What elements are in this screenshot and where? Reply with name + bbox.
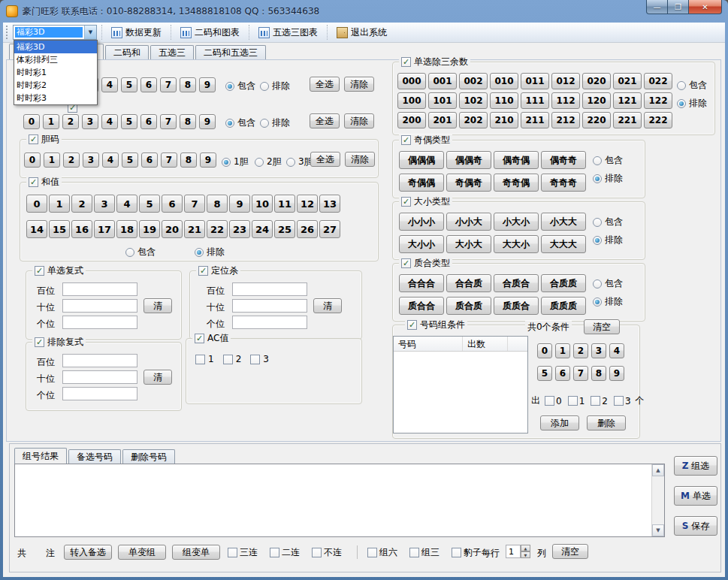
sum-button[interactable]: 23 (229, 220, 250, 238)
link-check-option[interactable]: 不连 (312, 546, 342, 559)
mod3-button[interactable]: 121 (613, 92, 642, 109)
sum-button[interactable]: 24 (252, 220, 273, 238)
single-complex-clear-button[interactable]: 清 (143, 298, 172, 313)
mod3-button[interactable]: 212 (551, 112, 580, 128)
sum-button[interactable]: 25 (274, 220, 295, 238)
sum-button[interactable]: 12 (297, 195, 318, 213)
big-small-button[interactable]: 小大小 (494, 213, 539, 231)
mod3-exclude-radio[interactable] (677, 99, 686, 108)
ac-option[interactable]: 2 (223, 354, 242, 364)
group-check-option[interactable]: 组六 (367, 546, 397, 559)
add-condition-button[interactable]: 添加 (540, 415, 579, 430)
sum-button[interactable]: 1 (49, 195, 70, 213)
odd-even-exclude-option[interactable]: 排除 (593, 172, 623, 185)
sum-button[interactable]: 15 (49, 220, 70, 238)
ac-value-checkbox[interactable] (195, 334, 204, 343)
digit-button[interactable]: 2 (63, 153, 80, 168)
condition-clear-button[interactable]: 清空 (584, 319, 620, 334)
digit-button[interactable]: 6 (141, 153, 158, 168)
digit-button[interactable]: 3 (83, 153, 99, 168)
group-check-option[interactable]: 组三 (409, 546, 440, 559)
mod3-button[interactable]: 201 (428, 112, 457, 128)
mod3-button[interactable]: 101 (428, 92, 457, 109)
digit-button[interactable]: 1 (44, 153, 60, 168)
sum-button[interactable]: 5 (139, 195, 160, 213)
digit-button[interactable]: 7 (160, 114, 177, 129)
mod3-button[interactable]: 100 (397, 92, 426, 109)
close-button[interactable]: ✕ (688, 0, 722, 14)
per-line-input[interactable] (506, 545, 521, 558)
danma-select-all-button[interactable]: 全选 (310, 152, 340, 167)
danma-2-option[interactable]: 2胆 (255, 156, 282, 168)
mod3-checkbox[interactable] (401, 57, 411, 67)
sum-button[interactable]: 13 (319, 195, 340, 213)
digit-button[interactable]: 4 (102, 153, 119, 168)
sum-button[interactable]: 22 (207, 220, 228, 238)
single-complex-hundreds-input[interactable] (62, 282, 137, 296)
digit-button[interactable]: 9 (199, 77, 216, 92)
danma-3-option[interactable]: 3胆 (286, 156, 313, 168)
row2-include-option[interactable]: 包含 (225, 116, 255, 129)
digit-button[interactable]: 2 (62, 114, 79, 129)
big-small-include-option[interactable]: 包含 (593, 216, 623, 228)
scroll-down-icon[interactable]: ▼ (652, 524, 664, 536)
position-kill-units-input[interactable] (232, 316, 307, 329)
mod3-button[interactable]: 001 (428, 73, 457, 89)
condition-digit-button[interactable]: 7 (573, 366, 588, 381)
danma-1-option[interactable]: 1胆 (222, 156, 249, 168)
odd-even-include-radio[interactable] (593, 156, 602, 165)
prime-composite-button[interactable]: 质质合 (494, 297, 539, 315)
occurrence-checkbox[interactable] (568, 396, 578, 406)
result-action-button[interactable]: S 保存 (674, 516, 717, 536)
mod3-include-radio[interactable] (677, 81, 686, 90)
mod3-button[interactable]: 220 (582, 112, 611, 128)
footer-action-button[interactable]: 转入备选 (64, 545, 112, 560)
condition-digit-button[interactable]: 1 (555, 343, 570, 358)
footer-action-button[interactable]: 组变单 (172, 545, 220, 560)
danma-2-radio[interactable] (255, 158, 264, 167)
mod3-button[interactable]: 200 (397, 112, 426, 128)
condition-digit-button[interactable]: 8 (591, 366, 606, 381)
sum-button[interactable]: 11 (274, 195, 295, 213)
combobox-arrow-icon[interactable]: ▼ (84, 26, 96, 39)
digit-button[interactable]: 9 (199, 114, 216, 129)
big-small-button[interactable]: 小小小 (399, 213, 444, 231)
sum-button[interactable]: 21 (184, 220, 205, 238)
big-small-button[interactable]: 小小大 (446, 213, 491, 231)
digit-button[interactable]: 6 (140, 114, 157, 129)
scroll-up-icon[interactable]: ▲ (652, 464, 664, 476)
odd-even-include-option[interactable]: 包含 (593, 154, 623, 167)
group-checkbox[interactable] (409, 548, 419, 557)
sum-value-checkbox[interactable] (29, 177, 38, 187)
prime-composite-exclude-option[interactable]: 排除 (593, 295, 623, 308)
sum-button[interactable]: 4 (116, 195, 137, 213)
digit-button[interactable]: 0 (24, 153, 41, 168)
odd-even-button[interactable]: 奇偶偶 (399, 174, 444, 192)
odd-even-button[interactable]: 奇奇偶 (494, 174, 539, 192)
mod3-button[interactable]: 221 (613, 112, 642, 128)
link-check-option[interactable]: 二连 (270, 546, 300, 559)
sum-button[interactable]: 7 (184, 195, 205, 213)
sum-button[interactable]: 17 (94, 220, 115, 238)
danma-checkbox[interactable] (29, 134, 38, 144)
result-action-button[interactable]: Z 组选 (674, 456, 717, 476)
digit-button[interactable]: 1 (43, 114, 59, 129)
two-code-chart-button[interactable]: 二码和图表 (176, 25, 244, 41)
five-three-chart-button[interactable]: 五选三图表 (254, 25, 322, 41)
result-area[interactable]: ▲ ▼ (14, 464, 665, 537)
sum-include-option[interactable]: 包含 (125, 246, 156, 258)
occurrence-option[interactable]: 3 (614, 396, 631, 406)
ac-option[interactable]: 3 (250, 354, 269, 364)
prime-composite-include-option[interactable]: 包含 (593, 277, 623, 290)
big-small-button[interactable]: 大小小 (399, 235, 444, 253)
link-checkbox[interactable] (270, 548, 279, 557)
digit-button[interactable]: 5 (121, 77, 137, 92)
single-complex-tens-input[interactable] (62, 299, 137, 313)
sum-button[interactable]: 6 (162, 195, 183, 213)
row1-clear-button[interactable]: 清除 (344, 77, 374, 92)
row1-exclude-radio[interactable] (260, 82, 269, 91)
odd-even-button[interactable]: 奇偶奇 (446, 174, 491, 192)
mod3-button[interactable]: 120 (582, 92, 611, 109)
danma-clear-button[interactable]: 清除 (345, 152, 375, 167)
occurrence-checkbox[interactable] (614, 396, 624, 406)
